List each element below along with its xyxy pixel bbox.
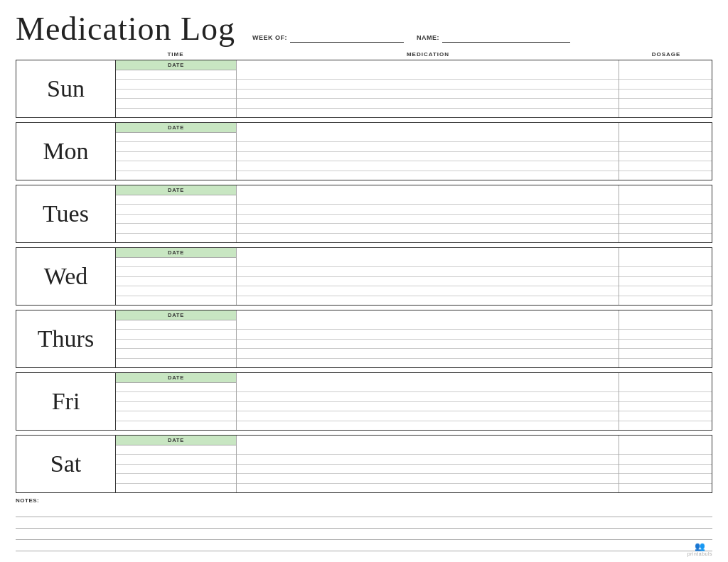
med-cell-mon [237, 123, 619, 180]
dosage-cell-mon [619, 123, 712, 180]
time-cell-sat: DATE [116, 436, 237, 492]
week-of-field: WEEK OF: [252, 33, 404, 43]
time-cell-thurs: DATE [116, 310, 237, 367]
dosage-cell-sun [619, 60, 712, 117]
day-block-mon: Mon DATE [16, 122, 712, 180]
watermark: 👥 printabuls [687, 541, 712, 556]
watermark-icon: 👥 [687, 541, 712, 551]
med-cell-wed [237, 248, 619, 305]
watermark-text: printabuls [687, 551, 712, 556]
week-of-label: WEEK OF: [252, 34, 287, 41]
notes-lines [16, 506, 712, 551]
dosage-cell-sat [619, 436, 712, 492]
name-label: NAME: [417, 34, 439, 41]
day-label-thurs: Thurs [16, 310, 116, 367]
header: Medication Log WEEK OF: NAME: [16, 13, 712, 45]
time-lines-sun [116, 70, 236, 117]
time-cell-wed: DATE [116, 248, 237, 305]
day-label-mon: Mon [16, 123, 116, 180]
column-headers: TIME MEDICATION DOSAGE [16, 51, 712, 58]
date-header-fri: DATE [116, 373, 236, 383]
page-title: Medication Log [16, 13, 235, 45]
name-field: NAME: [417, 33, 570, 43]
time-cell-fri: DATE [116, 373, 237, 430]
col-time: TIME [115, 51, 236, 58]
col-dosage: DOSAGE [620, 51, 712, 58]
day-block-sat: Sat DATE [16, 435, 712, 493]
page: Medication Log WEEK OF: NAME: TIME MEDIC… [0, 0, 728, 562]
med-cell-thurs [237, 310, 619, 367]
notes-label: NOTES: [16, 497, 712, 504]
day-label-sun: Sun [16, 60, 116, 117]
dosage-cell-fri [619, 373, 712, 430]
day-block-wed: Wed DATE [16, 247, 712, 306]
med-cell-fri [237, 373, 619, 430]
date-header-tues: DATE [116, 185, 236, 195]
dosage-cell-thurs [619, 310, 712, 367]
date-header-sat: DATE [116, 436, 236, 445]
date-header-mon: DATE [116, 123, 236, 133]
day-label-tues: Tues [16, 185, 116, 242]
day-block-thurs: Thurs DATE [16, 310, 712, 368]
time-cell-mon: DATE [116, 123, 237, 180]
date-header-wed: DATE [116, 248, 236, 258]
day-label-sat: Sat [16, 436, 116, 492]
time-cell-sun: DATE [116, 60, 237, 117]
name-line[interactable] [442, 33, 570, 43]
dosage-cell-wed [619, 248, 712, 305]
day-block-fri: Fri DATE [16, 372, 712, 431]
day-block-tues: Tues DATE [16, 185, 712, 243]
header-row: WEEK OF: NAME: [252, 33, 570, 43]
week-of-line[interactable] [290, 33, 404, 43]
day-label-wed: Wed [16, 248, 116, 305]
header-fields: WEEK OF: NAME: [252, 33, 570, 45]
day-block-sun: Sun DATE [16, 60, 712, 118]
time-cell-tues: DATE [116, 185, 237, 242]
date-header-thurs: DATE [116, 310, 236, 320]
med-cell-sat [237, 436, 619, 492]
col-medication: MEDICATION [236, 51, 620, 58]
date-header-sun: DATE [116, 60, 236, 70]
med-cell-sun [237, 60, 619, 117]
med-cell-tues [237, 185, 619, 242]
day-label-fri: Fri [16, 373, 116, 430]
dosage-cell-tues [619, 185, 712, 242]
notes-section: NOTES: [16, 497, 712, 551]
